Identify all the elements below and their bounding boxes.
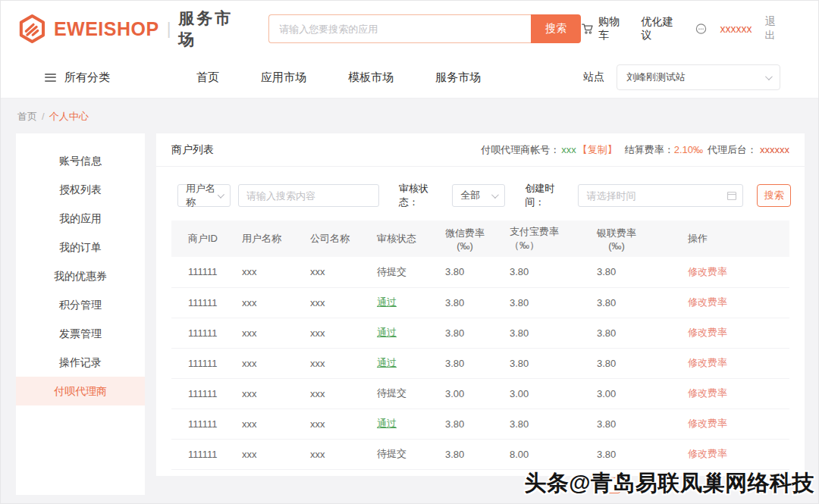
panel-title: 商户列表 [171, 143, 214, 157]
status-badge-cell: 待提交 [371, 257, 439, 287]
status-select-value: 全部 [460, 189, 480, 202]
column-header: 支付宝费率（‰） [504, 221, 591, 257]
table-row: 111111xxxxxx待提交3.003.003.00修改费率 [171, 378, 789, 409]
column-header: 审核状态 [371, 221, 439, 257]
breadcrumb-current[interactable]: 个人中心 [49, 111, 89, 122]
user-name: xxx [242, 449, 257, 460]
merchant-id: 111111 [188, 358, 218, 369]
unionpay-rate: 3.80 [597, 327, 616, 339]
wechat-rate-cell: 3.80 [439, 409, 504, 439]
sidebar-item[interactable]: 我的订单 [16, 233, 145, 261]
filter-bar: 用户名称 审核状态： 全部 创建时间： 搜索 [156, 167, 805, 209]
wechat-rate-cell: 3.00 [439, 378, 504, 409]
unionpay-rate-cell: 3.80 [591, 439, 682, 469]
alipay-rate-cell: 3.80 [504, 257, 591, 287]
username[interactable]: xxxxxx [720, 23, 752, 35]
site-label: 站点 [583, 70, 604, 84]
status-badge[interactable]: 通过 [377, 327, 397, 338]
merchant-id-cell: 111111 [171, 348, 236, 378]
sidebar-item[interactable]: 我的应用 [16, 204, 145, 233]
brand-divider: | [167, 19, 171, 39]
table-row: 111111xxxxxx待提交3.808.003.80修改费率 [171, 439, 789, 469]
watermark-text: 头条@青岛易联凤巢网络科技 [524, 468, 814, 499]
eweishop-logo-icon [17, 12, 47, 45]
modify-rate-link[interactable]: 修改费率 [688, 418, 727, 429]
logout-link[interactable]: 退出 [765, 15, 785, 42]
column-header: 商户ID [171, 221, 236, 257]
wechat-rate: 3.80 [445, 297, 464, 308]
company-name-cell: xxx [304, 257, 371, 287]
merchant-id-cell: 111111 [171, 378, 236, 409]
sidebar-item-active[interactable]: 付呗代理商 [16, 377, 145, 405]
breadcrumb-home[interactable]: 首页 [17, 111, 37, 122]
alipay-rate-cell: 3.80 [504, 318, 591, 348]
status-select[interactable]: 全部 [452, 184, 505, 207]
keyword-input[interactable] [238, 184, 379, 207]
suggestion-link[interactable]: 优化建议 [642, 15, 682, 42]
hamburger-icon [45, 71, 56, 83]
search-field-value: 用户名称 [186, 182, 218, 209]
company-name-cell: xxx [304, 318, 371, 348]
alipay-rate-cell: 3.80 [504, 348, 591, 378]
all-categories-button[interactable]: 所有分类 [45, 70, 110, 85]
merchant-id-cell: 111111 [171, 439, 236, 469]
agent-account-value: xxx [561, 144, 576, 155]
search-input[interactable] [268, 14, 531, 43]
wechat-rate-cell: 3.80 [439, 257, 504, 287]
agent-backend-value[interactable]: xxxxxx [760, 144, 789, 155]
company-name: xxx [310, 388, 325, 399]
modify-rate-link[interactable]: 修改费率 [688, 327, 727, 338]
calendar-icon[interactable] [726, 190, 737, 201]
status-badge[interactable]: 通过 [377, 357, 397, 368]
brand[interactable]: EWEISHOP | 服务市场 [17, 8, 246, 50]
status-badge-cell: 待提交 [371, 439, 439, 469]
status-badge[interactable]: 通过 [377, 296, 397, 308]
wechat-rate: 3.80 [445, 266, 464, 277]
search-button[interactable]: 搜索 [531, 14, 581, 43]
search-field-select[interactable]: 用户名称 [177, 184, 231, 207]
sidebar-item[interactable]: 积分管理 [16, 290, 145, 319]
modify-rate-link[interactable]: 修改费率 [688, 448, 727, 459]
modify-rate-link[interactable]: 修改费率 [688, 266, 727, 277]
sidebar-item[interactable]: 账号信息 [16, 146, 145, 175]
message-bubble-icon[interactable] [695, 22, 708, 36]
status-badge-cell: 通过 [371, 409, 439, 439]
modify-rate-link[interactable]: 修改费率 [688, 296, 727, 308]
copy-button[interactable]: 【复制】 [578, 143, 617, 157]
nav-link-3[interactable]: 模板市场 [348, 70, 394, 85]
modify-rate-link[interactable]: 修改费率 [688, 357, 727, 368]
company-name: xxx [310, 449, 325, 460]
date-input[interactable] [578, 184, 743, 207]
sidebar-item[interactable]: 我的优惠券 [16, 261, 145, 290]
modify-rate-link[interactable]: 修改费率 [688, 387, 727, 399]
wechat-rate: 3.80 [445, 358, 464, 369]
nav-link-2[interactable]: 应用市场 [261, 70, 306, 85]
status-badge: 待提交 [377, 387, 406, 399]
company-name: xxx [310, 418, 325, 430]
company-name-cell: xxx [304, 287, 371, 318]
user-name-cell: xxx [236, 409, 304, 439]
filter-search-button[interactable]: 搜索 [757, 184, 791, 207]
user-name: xxx [242, 418, 257, 430]
nav-link-4[interactable]: 服务市场 [435, 70, 481, 85]
page: EWEISHOP | 服务市场 搜索 购物车 优化建议 xxxxxx [0, 0, 819, 504]
user-name: xxx [242, 388, 257, 399]
sidebar-item[interactable]: 授权列表 [16, 175, 145, 204]
site-select[interactable]: 刘峰刚测试站 [617, 64, 780, 90]
cart-link[interactable]: 购物车 [581, 15, 628, 42]
sidebar-item[interactable]: 操作记录 [16, 348, 145, 377]
wechat-rate-cell: 3.80 [439, 439, 504, 469]
table-row: 111111xxxxxx通过3.803.803.80修改费率 [171, 287, 789, 318]
sidebar-item[interactable]: 发票管理 [16, 319, 145, 348]
status-badge[interactable]: 通过 [377, 418, 397, 429]
unionpay-rate-cell: 3.00 [591, 378, 682, 409]
table-row: 111111xxxxxx待提交3.803.803.80修改费率 [171, 257, 789, 287]
nav-link-1[interactable]: 首页 [196, 70, 219, 85]
site-select-value: 刘峰刚测试站 [626, 70, 686, 84]
merchant-id: 111111 [188, 418, 218, 430]
header-search: 搜索 [268, 14, 581, 43]
user-name-cell: xxx [236, 318, 304, 348]
alipay-rate: 3.00 [510, 388, 529, 399]
alipay-rate: 3.80 [510, 327, 529, 339]
modify-rate-link-cell: 修改费率 [682, 348, 789, 378]
